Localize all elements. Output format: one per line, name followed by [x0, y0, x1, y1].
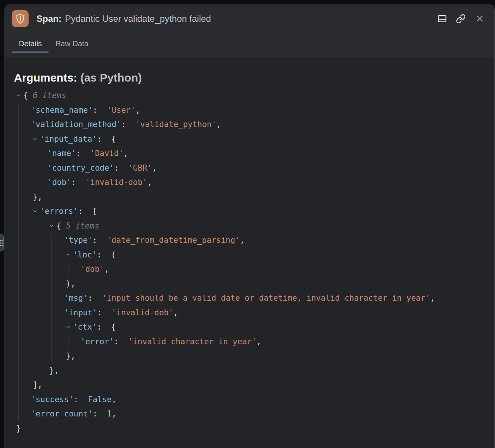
- code-string: 'Input should be a valid date or datetim…: [102, 294, 430, 303]
- indent-guide: [18, 262, 19, 277]
- code-line: },: [14, 190, 494, 204]
- arguments-python-tree: { 6 items'schema_name': 'User','validati…: [14, 88, 494, 448]
- code-line: 'ctx': {: [14, 320, 494, 334]
- collapse-toggle[interactable]: [32, 136, 38, 142]
- dock-panel-button[interactable]: [436, 13, 448, 24]
- code-punctuation: :: [93, 409, 107, 418]
- indent-guide: [18, 306, 19, 320]
- span-detail-panel: Span:Pydantic User validate_python faile…: [5, 5, 495, 448]
- code-punctuation: : {: [97, 322, 116, 331]
- panel-resize-handle[interactable]: [0, 234, 4, 251]
- code-string: 'GBR': [128, 163, 152, 173]
- panel-header: Span:Pydantic User validate_python faile…: [5, 5, 494, 32]
- collapse-toggle[interactable]: [65, 252, 71, 257]
- code-text: 'msg': 'Input should be a valid date or …: [64, 294, 435, 303]
- indent-guide: [35, 161, 35, 176]
- code-punctuation: ,: [147, 178, 152, 187]
- tab-details[interactable]: Details: [12, 35, 49, 52]
- collapse-toggle[interactable]: [65, 324, 71, 330]
- indent-guide: [35, 277, 35, 291]
- collapse-toggle[interactable]: [32, 209, 38, 214]
- code-text: 'input': 'invalid-dob',: [64, 308, 178, 317]
- arguments-heading-title: Arguments:: [14, 71, 77, 84]
- panel-title: Span:Pydantic User validate_python faile…: [36, 14, 211, 24]
- code-string: 'validate_python': [135, 120, 216, 129]
- indent-guide: [35, 334, 35, 349]
- copy-link-button[interactable]: [455, 13, 466, 24]
- code-key: 'schema_name': [31, 106, 93, 115]
- code-punctuation: :: [74, 395, 88, 404]
- code-text: 'dob',: [80, 265, 109, 274]
- indent-guide: [18, 117, 19, 132]
- code-line: 'msg': 'Input should be a valid date or …: [14, 291, 494, 306]
- indent-guide: [18, 407, 19, 421]
- indent-guide: [18, 146, 19, 161]
- code-punctuation: {: [56, 221, 66, 230]
- code-text: },: [66, 351, 75, 360]
- indent-guide: [18, 320, 19, 334]
- indent-guide: [35, 175, 35, 190]
- indent-guide: [18, 233, 19, 248]
- indent-guide: [18, 349, 19, 363]
- code-items-count: 5 items: [66, 221, 99, 230]
- indent-guide: [18, 277, 19, 291]
- code-key: 'country_code': [47, 163, 114, 173]
- code-text: 'ctx': {: [73, 322, 116, 331]
- collapse-toggle[interactable]: [49, 223, 54, 229]
- code-punctuation: },: [49, 366, 59, 375]
- code-line: 'dob': 'invalid-dob',: [14, 175, 494, 190]
- code-text: 'success': False,: [31, 395, 117, 404]
- indent-guide: [18, 190, 19, 204]
- code-punctuation: : [: [78, 207, 97, 216]
- indent-guide: [35, 363, 35, 378]
- code-line: 'schema_name': 'User',: [14, 103, 494, 118]
- indent-guide: [18, 204, 19, 219]
- header-actions: [436, 13, 485, 24]
- code-punctuation: : (: [97, 250, 116, 259]
- code-key: 'validation_method': [31, 120, 121, 129]
- code-line: 'type': 'date_from_datetime_parsing',: [14, 233, 494, 248]
- indent-guide: [52, 291, 52, 306]
- indent-guide: [18, 334, 19, 349]
- code-line: { 5 items: [14, 219, 494, 233]
- code-line: 'name': 'David',: [14, 146, 494, 161]
- indent-guide: [18, 103, 19, 118]
- indent-guide: [35, 262, 35, 277]
- collapse-toggle[interactable]: [16, 93, 21, 98]
- grip-dots-icon: [0, 240, 3, 246]
- indent-guide: [18, 248, 19, 262]
- code-punctuation: :: [97, 308, 112, 317]
- indent-guide: [68, 334, 68, 349]
- tab-raw-data[interactable]: Raw Data: [49, 35, 95, 52]
- code-line: 'success': False,: [14, 392, 494, 407]
- code-text: 'error': 'invalid character in year',: [80, 337, 261, 346]
- code-line: },: [14, 363, 494, 378]
- code-string: 'dob': [80, 265, 104, 274]
- code-key: 'msg': [64, 294, 88, 303]
- close-icon: [475, 14, 484, 23]
- link-icon: [456, 14, 466, 24]
- code-punctuation: ,: [112, 395, 117, 404]
- code-key: 'errors': [40, 207, 78, 216]
- code-text: ),: [66, 279, 75, 288]
- code-number: 1: [107, 409, 112, 418]
- indent-guide: [35, 320, 35, 334]
- code-string: 'invalid character in year': [128, 337, 256, 346]
- code-key: 'input_data': [40, 135, 97, 144]
- indent-guide: [35, 291, 35, 306]
- code-line: 'input_data': {: [14, 132, 494, 147]
- code-punctuation: :: [114, 337, 128, 346]
- indent-guide: [35, 219, 35, 233]
- code-punctuation: },: [66, 351, 75, 360]
- code-string: 'invalid-dob': [85, 178, 147, 187]
- code-text: ],: [33, 380, 42, 389]
- code-key: 'type': [64, 236, 93, 245]
- code-key: 'error': [80, 337, 114, 346]
- code-line: 'dob',: [14, 262, 494, 277]
- indent-guide: [18, 132, 19, 147]
- code-text: 'input_data': {: [40, 135, 116, 144]
- close-button[interactable]: [474, 13, 485, 24]
- indent-guide: [52, 320, 52, 334]
- code-boolean: False: [88, 395, 112, 404]
- indent-guide: [68, 262, 68, 277]
